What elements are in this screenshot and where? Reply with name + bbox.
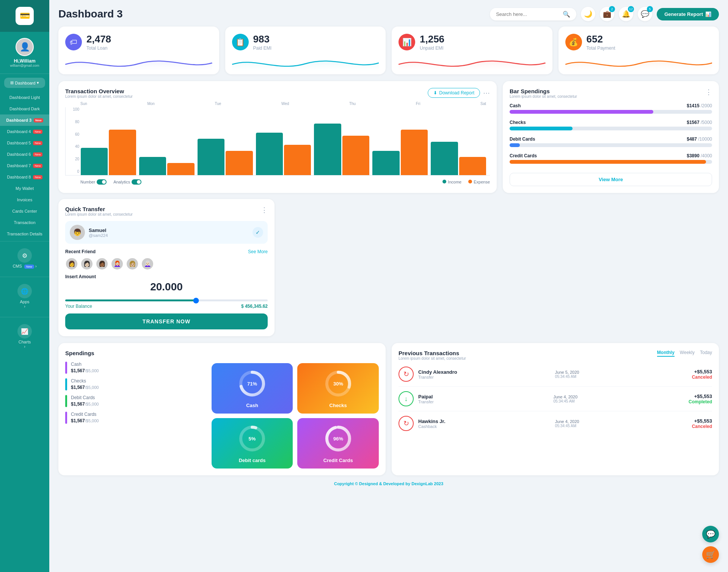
donut-card-credit-cards: 96% Credit Cards	[297, 418, 379, 469]
see-more-link[interactable]: See More	[248, 249, 268, 254]
sidebar-nav: Dashboard LightDashboard DarkDashboard 3…	[0, 92, 49, 240]
sidebar-item-dashboard-dark[interactable]: Dashboard Dark	[0, 103, 49, 114]
sidebar-item-transaction[interactable]: Transaction	[0, 217, 49, 228]
download-report-button[interactable]: ⬇ Download Report	[428, 88, 480, 98]
bar-group-1	[139, 157, 195, 175]
transfer-user-card: 👦 Samuel @sam224 ✓	[65, 221, 268, 244]
dashboard-menu-btn[interactable]: ⊞ Dashboard ▾	[4, 78, 46, 88]
cms-icon: ⚙	[17, 248, 32, 263]
messages-btn[interactable]: 💬 5	[638, 7, 652, 21]
transfer-now-button[interactable]: TRANSFER NOW	[65, 313, 268, 329]
bar-spendings-list: Cash $1415 /2000 Checks $1567 /5000 Debi…	[510, 103, 712, 164]
notification-btn[interactable]: 🔔 12	[619, 7, 633, 21]
svg-text:71%: 71%	[247, 381, 257, 387]
tx-tab-today[interactable]: Today	[700, 350, 712, 357]
spending-item-credit-cards: Credit Cards $3890 /4000	[510, 153, 712, 164]
sidebar-item-dashboard-light[interactable]: Dashboard Light	[0, 92, 49, 103]
spendings-list-item: Checks $1,567/$5,000	[65, 378, 205, 390]
wallet-badge: 2	[609, 6, 615, 12]
bar-teal-2	[198, 139, 224, 175]
sidebar-item-dashboard-4[interactable]: Dashboard 4New	[0, 126, 49, 137]
sidebar-item-dashboard-7[interactable]: Dashboard 7New	[0, 160, 49, 171]
sidebar-apps-section: 🌐 Apps ›	[0, 277, 49, 315]
cart-fab[interactable]: 🛒	[702, 546, 719, 563]
insert-amount-label: Insert Amount	[65, 274, 268, 279]
notif-badge-3: 5	[647, 6, 653, 12]
chevron-down-icon: ▾	[37, 80, 39, 85]
stat-card-total-loan: 🏷 2,478 Total Loan	[58, 27, 219, 74]
friend-avatar-3[interactable]: 👩🏻‍🦰	[111, 257, 124, 270]
bar-group-0	[81, 130, 136, 175]
friend-avatar-0[interactable]: 👩	[65, 257, 78, 270]
amount-slider[interactable]	[65, 299, 268, 301]
bar-spendings-card: Bar Spendings Lorem ipsum dolor sit amet…	[503, 81, 719, 193]
quick-transfer-overflow[interactable]: ⋮	[261, 206, 268, 214]
wallet-btn[interactable]: 💼 2	[600, 7, 614, 21]
bar-group-3	[256, 133, 311, 175]
sidebar-item-dashboard-5[interactable]: Dashboard 5New	[0, 137, 49, 149]
user-name: Hi,William	[14, 58, 35, 64]
tx-tab-weekly[interactable]: Weekly	[680, 350, 695, 357]
bar-coral-5	[401, 130, 428, 175]
header-right: 🔍 🌙 💼 2 🔔 12 💬 5 Generate Report 📊	[490, 7, 719, 21]
transfer-avatar: 👦	[70, 225, 85, 240]
transfer-user-name: Samuel	[89, 227, 108, 233]
sidebar-logo: 💳	[0, 0, 49, 32]
friend-avatar-5[interactable]: 👩🏻‍🦳	[141, 257, 154, 270]
number-legend-label: Number	[80, 180, 95, 184]
transaction-item: ↻ Hawkins Jr. Cashback June 4, 2020 05:3…	[399, 411, 712, 436]
stat-card-unpaid-emi: 📊 1,256 Unpaid EMI	[392, 27, 552, 74]
theme-toggle-btn[interactable]: 🌙	[581, 7, 595, 21]
chat-fab[interactable]: 💬	[702, 526, 719, 542]
bar-coral-3	[284, 145, 311, 175]
bar-group-5	[372, 130, 428, 175]
friend-avatar-2[interactable]: 👩🏾	[96, 257, 108, 270]
transfer-check-icon[interactable]: ✓	[253, 227, 263, 238]
sidebar-item-apps[interactable]: 🌐 Apps ›	[17, 281, 32, 312]
transaction-list: ↻ Cindy Alexandro Transfer June 5, 2020 …	[399, 362, 712, 436]
sidebar-item-dashboard-6[interactable]: Dashboard 6New	[0, 149, 49, 160]
generate-report-button[interactable]: Generate Report 📊	[657, 8, 719, 20]
transaction-item: ↻ Cindy Alexandro Transfer June 5, 2020 …	[399, 362, 712, 387]
spendings-list-item: Credit Cards $1,567/$5,000	[65, 412, 205, 424]
sidebar-item-transaction-details[interactable]: Transaction Details	[0, 228, 49, 240]
number-toggle[interactable]	[97, 179, 107, 185]
transaction-tabs: MonthlyWeeklyToday	[657, 350, 712, 357]
friend-avatar-4[interactable]: 👩🏼	[126, 257, 139, 270]
search-box: 🔍	[490, 8, 576, 20]
analytics-toggle[interactable]	[132, 179, 141, 185]
sidebar-item-dashboard-8[interactable]: Dashboard 8New	[0, 171, 49, 183]
donut-card-debit-cards: 5% Debit cards	[212, 418, 293, 469]
stat-card-paid-emi: 📋 983 Paid EMI	[225, 27, 386, 74]
balance-row: Your Balance $ 456,345.62	[65, 304, 268, 309]
sidebar-item-invoices[interactable]: Invoices	[0, 194, 49, 205]
sidebar-item-charts[interactable]: 📈 Charts ›	[17, 321, 32, 352]
spendings-list: Cash $1,567/$5,000 Checks $1,567/$5,000 …	[65, 362, 205, 469]
sidebar-item-my-wallet[interactable]: My Wallet	[0, 183, 49, 194]
sidebar-item-dashboard-3[interactable]: Dashboard 3New	[0, 114, 49, 126]
search-input[interactable]	[496, 11, 560, 17]
your-balance-label: Your Balance	[65, 304, 92, 309]
tx-icon: ↓	[399, 391, 414, 406]
donut-card-cash: 71% Cash	[212, 363, 293, 414]
brand-link[interactable]: DexignLab	[411, 481, 433, 486]
donut-grid: 71% Cash 30% Checks	[212, 363, 379, 469]
bar-coral-4	[342, 136, 369, 175]
main-content: Dashboard 3 🔍 🌙 💼 2 🔔 12 💬 5 Generate Re…	[49, 0, 728, 572]
search-icon: 🔍	[563, 11, 570, 18]
logo-icon[interactable]: 💳	[16, 7, 34, 25]
stat-card-total-payment: 💰 652 Total Payment	[559, 27, 719, 74]
bar-spendings-overflow[interactable]: ⋮	[705, 88, 712, 96]
bottom-row: Spendings Cash $1,567/$5,000 Checks $1,5…	[58, 343, 719, 475]
sidebar-item-cards-center[interactable]: Cards Center	[0, 205, 49, 217]
recent-friend-section: Recent Friend See More 👩👩🏻👩🏾👩🏻‍🦰👩🏼👩🏻‍🦳	[65, 249, 268, 270]
fab-container: 💬 🛒	[702, 526, 719, 563]
overflow-menu-icon[interactable]: ⋯	[483, 89, 490, 97]
tx-tab-monthly[interactable]: Monthly	[657, 350, 675, 357]
view-more-button[interactable]: View More	[510, 173, 712, 186]
friend-avatar-1[interactable]: 👩🏻	[80, 257, 93, 270]
bar-coral-1	[167, 163, 194, 175]
sidebar-item-cms[interactable]: ⚙ CMS New ›	[13, 245, 36, 271]
bar-coral-0	[109, 130, 136, 175]
charts-label: Charts	[19, 340, 31, 344]
